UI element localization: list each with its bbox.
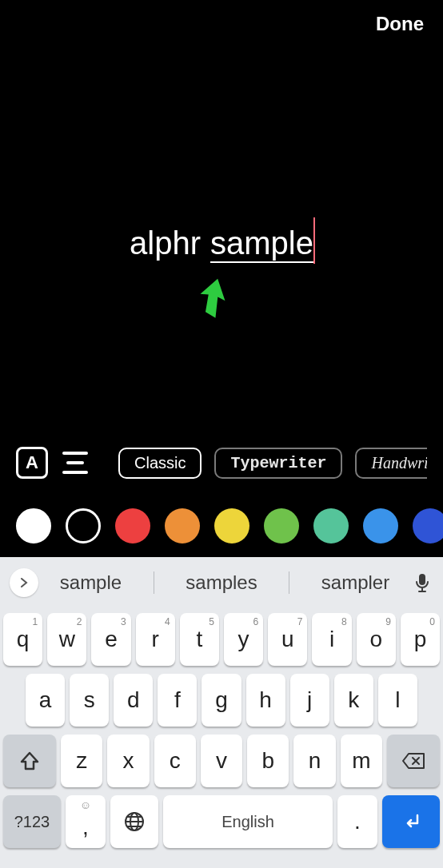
key-s[interactable]: s bbox=[70, 674, 109, 727]
key-hint: 3 bbox=[121, 616, 126, 627]
key-hint: 9 bbox=[385, 616, 391, 627]
enter-key[interactable] bbox=[382, 795, 440, 848]
key-hint: 5 bbox=[209, 616, 214, 627]
color-swatch[interactable] bbox=[16, 508, 51, 543]
key-p[interactable]: p0 bbox=[401, 613, 440, 666]
key-z[interactable]: z bbox=[61, 735, 102, 787]
color-swatch[interactable] bbox=[264, 508, 299, 543]
key-k[interactable]: k bbox=[334, 674, 373, 727]
key-c[interactable]: c bbox=[154, 735, 196, 787]
suggestion-bar: samplesamplessampler bbox=[0, 557, 443, 608]
text-align-button[interactable] bbox=[62, 452, 88, 474]
key-hint: 1 bbox=[33, 616, 38, 627]
shift-key[interactable] bbox=[3, 735, 56, 787]
suggestion-separator bbox=[154, 571, 154, 594]
story-canvas[interactable]: alphr sample bbox=[0, 48, 443, 440]
space-key[interactable]: English bbox=[163, 795, 333, 848]
font-option-classic[interactable]: Classic bbox=[118, 448, 202, 479]
suggestion-separator bbox=[289, 571, 289, 594]
color-swatch[interactable] bbox=[214, 508, 249, 543]
font-option-handwrite[interactable]: Handwri bbox=[355, 448, 427, 479]
svg-rect-0 bbox=[419, 574, 425, 585]
key-hint: 6 bbox=[253, 616, 259, 627]
color-swatch[interactable] bbox=[413, 508, 443, 543]
done-button[interactable]: Done bbox=[376, 13, 424, 35]
key-d[interactable]: d bbox=[114, 674, 153, 727]
key-b[interactable]: b bbox=[247, 735, 289, 787]
color-swatch[interactable] bbox=[165, 508, 200, 543]
suggestion-word[interactable]: sample bbox=[49, 571, 133, 594]
key-j[interactable]: j bbox=[290, 674, 329, 727]
annotation-arrow-icon bbox=[197, 277, 229, 318]
text-toolbar: A ClassicTypewriterHandwri bbox=[0, 444, 443, 482]
comma-key[interactable]: ☺, bbox=[66, 795, 106, 848]
key-q[interactable]: q1 bbox=[3, 613, 42, 666]
key-hint: 8 bbox=[341, 616, 347, 627]
font-option-typewriter[interactable]: Typewriter bbox=[214, 448, 342, 479]
color-swatch[interactable] bbox=[313, 508, 349, 543]
key-v[interactable]: v bbox=[201, 735, 242, 787]
suggestion-word[interactable]: samples bbox=[174, 571, 268, 594]
text-cursor bbox=[313, 217, 315, 264]
key-w[interactable]: w2 bbox=[47, 613, 86, 666]
emoji-icon: ☺ bbox=[80, 798, 91, 811]
suggestion-word[interactable]: sampler bbox=[310, 571, 401, 594]
key-g[interactable]: g bbox=[202, 674, 241, 727]
key-f[interactable]: f bbox=[158, 674, 197, 727]
key-hint: 4 bbox=[165, 616, 170, 627]
key-n[interactable]: n bbox=[293, 735, 335, 787]
color-swatch[interactable] bbox=[363, 508, 398, 543]
text-input-overlay[interactable]: alphr sample bbox=[130, 225, 313, 263]
key-y[interactable]: y6 bbox=[224, 613, 263, 666]
language-key[interactable] bbox=[110, 795, 158, 848]
key-r[interactable]: r4 bbox=[136, 613, 175, 666]
symbols-key[interactable]: ?123 bbox=[3, 795, 61, 848]
keyboard: samplesamplessampler q1w2e3r4t5y6u7i8o9p… bbox=[0, 557, 443, 868]
color-swatch[interactable] bbox=[66, 508, 101, 543]
text-style-button[interactable]: A bbox=[16, 447, 48, 479]
expand-suggestions-button[interactable] bbox=[10, 568, 38, 597]
key-a[interactable]: a bbox=[26, 674, 65, 727]
key-hint: 2 bbox=[77, 616, 82, 627]
backspace-key[interactable] bbox=[387, 735, 440, 787]
key-hint: 0 bbox=[429, 616, 435, 627]
key-m[interactable]: m bbox=[341, 735, 382, 787]
key-e[interactable]: e3 bbox=[91, 613, 130, 666]
color-palette bbox=[0, 504, 443, 548]
key-i[interactable]: i8 bbox=[312, 613, 351, 666]
key-t[interactable]: t5 bbox=[180, 613, 219, 666]
key-l[interactable]: l bbox=[378, 674, 417, 727]
color-swatch[interactable] bbox=[115, 508, 150, 543]
key-u[interactable]: u7 bbox=[268, 613, 307, 666]
key-o[interactable]: o9 bbox=[357, 613, 396, 666]
key-x[interactable]: x bbox=[107, 735, 149, 787]
typed-word-1: alphr bbox=[130, 225, 201, 261]
key-hint: 7 bbox=[297, 616, 303, 627]
period-key[interactable]: . bbox=[337, 795, 377, 848]
key-h[interactable]: h bbox=[246, 674, 285, 727]
typed-word-2: sample bbox=[210, 225, 313, 263]
mic-icon[interactable] bbox=[411, 573, 433, 592]
